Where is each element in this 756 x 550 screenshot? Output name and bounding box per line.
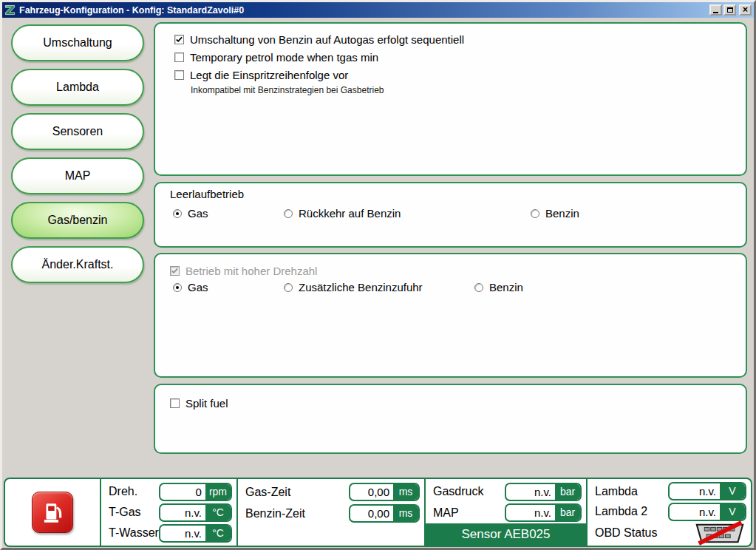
- gas-time-unit: ms: [393, 484, 418, 500]
- radio-label: Zusätzliche Benzinzufuhr: [299, 281, 423, 293]
- sidebar-item-label: MAP: [65, 169, 91, 183]
- checkbox-unchecked[interactable]: [174, 70, 184, 80]
- obd-connector-crossed-icon: [693, 520, 746, 546]
- sidebar-item-sensoren[interactable]: Sensoren: [11, 113, 144, 150]
- panel-high-rpm: Betrieb mit hoher Drehzahl Gas Zusätzlic…: [154, 253, 747, 378]
- lambda-row: Lambda n.v. V: [595, 481, 746, 502]
- lambda2-unit: V: [720, 504, 745, 520]
- checkbox-row-temporary-petrol[interactable]: Temporary petrol mode when tgas min: [174, 48, 738, 66]
- petrol-time-label: Benzin-Zeit: [245, 507, 305, 520]
- lambda2-label: Lambda 2: [595, 505, 647, 518]
- gas-time-meter: 0,00 ms: [349, 483, 420, 501]
- status-bar: Dreh. 0 rpm T-Gas n.v. °C T-Wasser n.v. …: [4, 478, 752, 547]
- tgas-unit: °C: [205, 505, 231, 520]
- fuel-mode-section: [5, 479, 100, 546]
- panel-idle-mode: Leerlaufbetrieb Gas Rückkehr auf Benzin …: [154, 182, 747, 248]
- gas-time-row: Gas-Zeit 0,00 ms: [245, 481, 420, 503]
- sidebar-item-label: Umschaltung: [43, 36, 112, 50]
- close-button[interactable]: ×: [739, 4, 752, 16]
- lambda-unit: V: [720, 483, 745, 499]
- sidebar-item-aender-kraftst[interactable]: Änder.Kraftst.: [11, 246, 144, 283]
- tgas-value: n.v.: [160, 505, 205, 520]
- lambda-value: n.v.: [670, 483, 720, 499]
- app-logo-icon: [4, 4, 16, 16]
- checkbox-unchecked[interactable]: [174, 52, 184, 62]
- panel-switching-options: Umschaltung von Benzin auf Autogas erfol…: [154, 22, 747, 176]
- sidebar-item-label: Lambda: [56, 81, 99, 94]
- checkbox-unchecked[interactable]: [170, 398, 180, 408]
- radio-selected[interactable]: [173, 209, 182, 218]
- checkbox-checked[interactable]: [174, 35, 184, 44]
- panel-split-fuel: Split fuel: [154, 384, 747, 454]
- radio-unselected[interactable]: [284, 283, 293, 292]
- sidebar-item-map[interactable]: MAP: [11, 157, 144, 194]
- lambda-label: Lambda: [595, 485, 638, 498]
- radio-idle-gas[interactable]: Gas: [173, 207, 208, 220]
- sidebar-item-gas-benzin[interactable]: Gas/benzin: [11, 202, 144, 239]
- gas-pressure-row: Gasdruck n.v. bar: [426, 481, 586, 502]
- radio-idle-petrol[interactable]: Benzin: [531, 207, 579, 220]
- rpm-value: 0: [160, 484, 205, 500]
- radio-label: Benzin: [489, 281, 523, 293]
- tgas-label: T-Gas: [109, 506, 141, 519]
- lambda2-meter: n.v. V: [668, 503, 746, 521]
- lambda-meter: n.v. V: [668, 482, 746, 500]
- rpm-row: Dreh. 0 rpm: [109, 481, 232, 502]
- twater-meter: n.v. °C: [159, 524, 232, 543]
- twater-row: T-Wasser n.v. °C: [109, 523, 232, 543]
- checkbox-row-injection-order[interactable]: Legt die Einspritzreihenfolge vor: [174, 66, 738, 84]
- injection-times-section: Gas-Zeit 0,00 ms Benzin-Zeit 0,00 ms: [236, 479, 424, 546]
- petrol-time-row: Benzin-Zeit 0,00 ms: [245, 503, 420, 524]
- map-row: MAP n.v. bar: [426, 502, 586, 523]
- minimize-icon: [713, 12, 718, 13]
- radio-idle-return-petrol[interactable]: Rückkehr auf Benzin: [284, 207, 401, 220]
- petrol-time-value: 0,00: [350, 506, 393, 521]
- radio-unselected[interactable]: [531, 209, 539, 218]
- obd-status-label: OBD Status: [595, 526, 657, 540]
- title-bar: Fahrzeug-Konfiguration - Konfig: Standar…: [2, 2, 754, 18]
- checkbox-row-high-rpm: Betrieb mit hoher Drehzahl: [170, 262, 738, 279]
- gas-time-value: 0,00: [350, 484, 393, 500]
- minimize-button[interactable]: [709, 4, 722, 16]
- window-title: Fahrzeug-Konfiguration - Konfig: Standar…: [19, 5, 706, 16]
- sidebar-item-umschaltung[interactable]: Umschaltung: [11, 24, 144, 61]
- rpm-unit: rpm: [205, 484, 231, 500]
- checkbox-row-sequential[interactable]: Umschaltung von Benzin auf Autogas erfol…: [174, 30, 738, 48]
- app-window: Fahrzeug-Konfiguration - Konfig: Standar…: [0, 0, 756, 550]
- checkbox-label: Legt die Einspritzreihenfolge vor: [190, 69, 348, 81]
- radio-highrpm-extra-petrol[interactable]: Zusätzliche Benzinzufuhr: [284, 281, 423, 293]
- rpm-label: Dreh.: [109, 485, 137, 498]
- radio-label: Benzin: [545, 207, 579, 220]
- sidebar-item-label: Gas/benzin: [48, 214, 108, 227]
- sidebar-item-label: Änder.Kraftst.: [42, 258, 114, 271]
- gas-time-label: Gas-Zeit: [245, 486, 290, 499]
- gas-pressure-value: n.v.: [506, 484, 555, 500]
- lambda-obd-section: Lambda n.v. V Lambda 2 n.v. V OBD Status: [586, 479, 751, 546]
- checkbox-row-split-fuel[interactable]: Split fuel: [170, 394, 738, 412]
- radio-selected[interactable]: [173, 283, 182, 292]
- idle-mode-title: Leerlaufbetrieb: [170, 188, 738, 200]
- engine-readouts-section: Dreh. 0 rpm T-Gas n.v. °C T-Wasser n.v. …: [100, 479, 236, 546]
- radio-highrpm-gas[interactable]: Gas: [173, 281, 208, 293]
- maximize-button[interactable]: [723, 4, 736, 16]
- petrol-time-unit: ms: [393, 506, 418, 521]
- twater-label: T-Wasser: [109, 526, 159, 540]
- radio-label: Gas: [188, 281, 208, 293]
- checkbox-label: Umschaltung von Benzin auf Autogas erfol…: [190, 33, 464, 46]
- window-controls: ×: [709, 4, 752, 16]
- fuel-pump-icon: [40, 500, 65, 525]
- incompatibility-note: Inkompatibel mit Benzinstrategien bei Ga…: [191, 85, 738, 95]
- fuel-mode-button[interactable]: [32, 492, 73, 533]
- map-label: MAP: [433, 506, 459, 520]
- checkbox-label: Temporary petrol mode when tgas min: [190, 51, 378, 64]
- map-meter: n.v. bar: [505, 503, 582, 522]
- map-value: n.v.: [506, 505, 555, 520]
- sidebar-item-lambda[interactable]: Lambda: [11, 69, 144, 106]
- twater-value: n.v.: [160, 526, 205, 541]
- pressure-section: Gasdruck n.v. bar MAP n.v. bar Sensor AE…: [424, 479, 586, 546]
- radio-highrpm-petrol[interactable]: Benzin: [474, 281, 523, 293]
- radio-unselected[interactable]: [284, 209, 293, 218]
- radio-unselected[interactable]: [474, 283, 483, 292]
- lambda2-row: Lambda 2 n.v. V: [595, 502, 746, 523]
- twater-unit: °C: [205, 526, 231, 541]
